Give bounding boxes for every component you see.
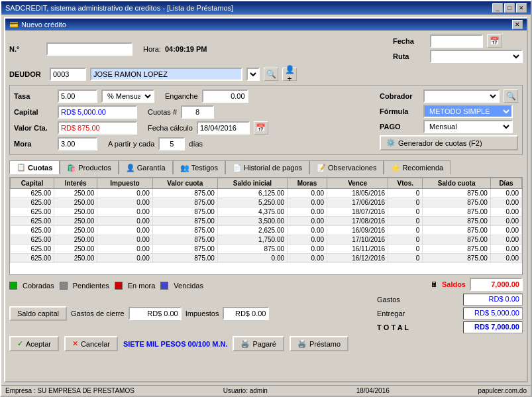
enganche-input[interactable] [202,89,248,103]
enganche-label: Enganche [165,92,198,100]
title-bar-controls: _ □ ✕ [492,3,527,13]
vencidas-label: Vencidas [174,282,203,290]
tabs-row: 📋 Cuotas 🛍️ Productos 👤 Garantía 👥 Testi… [9,160,523,174]
total-line: T O T A L RD$ 7,000.00 [377,321,523,333]
ruta-label: Ruta [393,52,426,60]
numero-input[interactable] [46,42,133,56]
entregar-line: Entregar RD$ 5,000.00 [377,308,523,319]
tasa-unit-select[interactable]: % Mensual [101,89,154,103]
valorcta-fecha-row: Valor Cta. Fecha cálculo 📅 [14,121,373,135]
cuotas-input[interactable] [181,105,214,119]
impuestos-input[interactable] [223,307,269,320]
fecha-calculo-input[interactable] [197,121,250,135]
fecha-input[interactable]: 18/04/2016 [430,34,483,48]
inner-title: Nuevo crédito [21,21,66,28]
cancel-icon: ✕ [72,339,78,348]
col-vtos: Vtos. [388,178,423,189]
credit-icon: 💳 [9,21,19,29]
garantia-tab-icon: 👤 [126,164,135,172]
saldo-capital-btn[interactable]: Saldo capital [9,306,67,321]
tasa-input[interactable] [58,89,97,103]
valor-cta-input[interactable] [58,121,137,135]
gastos-line: Gastos RD$ 0.00 [377,294,523,306]
outer-title: SADCREDIT, sistema administrativo de cre… [5,4,233,12]
saldos-row: 🖩 Saldos [431,278,523,291]
tab-cuotas[interactable]: 📋 Cuotas [9,160,60,174]
deudor-select[interactable] [246,68,260,81]
aceptar-btn[interactable]: ✓ Aceptar [9,336,59,351]
table-row: 625.00250.000.00875.002,625.000.0016/09/… [11,226,522,235]
deudor-add-btn[interactable]: 👤+ [282,68,297,81]
recomienda-tab-icon: ⭐ [391,164,400,172]
action-row: ✓ Aceptar ✕ Cancelar SIETE MIL PESOS 00/… [9,336,523,351]
fecha-calculo-btn[interactable]: 📅 [254,121,268,135]
mora-apartir-row: Mora A partir y cada días [14,137,373,150]
form-area: N.° Hora: 04:09:19 PM Fecha 18/04/2016 📅… [5,30,527,381]
total-label: T O T A L [377,323,409,331]
capital-label: Capital [14,108,54,116]
close-btn[interactable]: ✕ [516,3,527,13]
siete-mil-text: SIETE MIL PESOS 00/100 M.N. [123,340,228,348]
minimize-btn[interactable]: _ [492,3,503,13]
valor-cta-label: Valor Cta. [14,124,54,132]
prestamo-btn[interactable]: 🖨️ Préstamo [290,336,348,351]
table-row: 625.00250.000.00875.004,375.000.0018/07/… [11,207,522,217]
formula-label: Fórmula [380,107,419,115]
pagare-btn[interactable]: 🖨️ Pagaré [233,336,284,351]
printer-icon: 🖨️ [240,339,250,348]
tab-observaciones[interactable]: 📝 Observaciones [309,160,384,174]
saldos-input[interactable] [470,278,523,291]
mora-input[interactable] [58,137,97,150]
status-bar: Empresa : SU EMPRESA DE PRESTAMOS Usuari… [1,385,531,396]
table-row: 625.00250.000.00875.003,500.000.0017/08/… [11,217,522,226]
tab-recomienda[interactable]: ⭐ Recomienda [384,160,451,174]
deudor-name-input[interactable] [90,68,242,81]
right-panel: Cobrador 🔍 Fórmula METODO SIMPLE PAGO M [380,89,518,150]
tab-historial[interactable]: 📄 Historial de pagos [225,160,309,174]
deudor-search-btn[interactable]: 🔍 [264,68,278,81]
apartir-input[interactable] [158,137,185,150]
brand-label: papulcer.com.do [478,387,527,394]
cobrador-select[interactable] [423,89,500,103]
col-saldo-cuota: Saldo cuota [423,178,491,189]
formula-select[interactable]: METODO SIMPLE [423,105,513,118]
cobrador-search-btn[interactable]: 🔍 [504,89,518,103]
cancelar-btn[interactable]: ✕ Cancelar [64,336,118,351]
col-interes: Interés [54,178,97,189]
fecha-calendar-btn[interactable]: 📅 [487,34,502,48]
cobradas-legend-box [9,282,17,290]
cuotas-table-container: Capital Interés Impuesto Valor cuota Sal… [9,177,523,275]
generator-btn[interactable]: ⚙️ Generador de cuotas (F2) [380,135,518,150]
gastos-cierre-input[interactable] [129,307,182,320]
table-row: 625.00250.000.00875.005,250.000.0017/06/… [11,198,522,207]
numero-label: N.° [9,45,42,53]
header-top-row: N.° Hora: 04:09:19 PM Fecha 18/04/2016 📅… [9,34,523,63]
bottom-controls: Saldo capital Gastos de cierre Impuestos… [9,294,523,333]
tab-garantia[interactable]: 👤 Garantía [119,160,173,174]
calculator-icon: 🖩 [431,280,438,288]
pendientes-legend-box [60,282,68,290]
formula-row: Fórmula METODO SIMPLE [380,105,518,118]
tab-testigos[interactable]: 👥 Testigos [173,160,225,174]
cobrador-label: Cobrador [380,92,419,100]
legend-saldos-row: Cobradas Pendientes En mora Vencidas 🖩 S… [9,278,523,291]
capital-input[interactable] [58,105,137,119]
inner-close-btn[interactable]: ✕ [512,20,523,29]
pago-row: PAGO Mensual [380,120,518,133]
table-row: 625.00250.000.00875.000.000.0016/12/2016… [11,254,522,263]
cobradas-label: Cobradas [23,282,54,290]
deudor-code-input[interactable] [50,68,86,81]
tasa-enganche-row: Tasa % Mensual Enganche [14,89,373,103]
col-vence: Vence [327,178,388,189]
gastos-right: Gastos RD$ 0.00 Entregar RD$ 5,000.00 T … [377,294,523,333]
gastos-amount: RD$ 0.00 [463,294,523,306]
left-form: Tasa % Mensual Enganche Capital Cuotas # [14,89,373,150]
ruta-select[interactable] [430,50,523,63]
maximize-btn[interactable]: □ [504,3,515,13]
deudor-label: DEUDOR [9,70,46,78]
tab-productos[interactable]: 🛍️ Productos [60,160,119,174]
gastos-label: Gastos [377,296,400,304]
mora-label: Mora [14,140,54,148]
col-capital: Capital [11,178,54,189]
pago-select[interactable]: Mensual [423,120,513,133]
